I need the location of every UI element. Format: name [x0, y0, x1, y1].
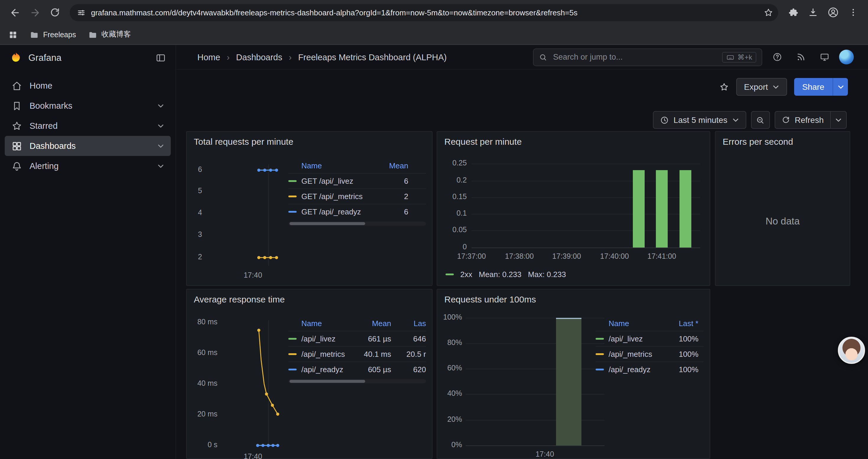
legend-col-name[interactable]: Name: [288, 319, 359, 328]
sidebar-item-label: Home: [30, 81, 52, 90]
no-data-message: No data: [716, 216, 850, 227]
y-tick: 0.1: [437, 209, 467, 218]
series-swatch-yellow: [288, 196, 297, 197]
zoom-out-button[interactable]: [751, 111, 770, 129]
scrollbar-thumb[interactable]: [289, 222, 365, 225]
grafana-logo[interactable]: [9, 52, 23, 64]
browser-toolbar: grafana.mathmast.com/d/deytv4rwavabkb/fr…: [0, 0, 868, 25]
refresh-icon: [782, 116, 790, 124]
legend-row: GET /api/_metrics 2: [288, 189, 426, 204]
legend-col-mean[interactable]: Mean: [367, 161, 426, 170]
reload-icon[interactable]: [46, 4, 64, 21]
search-box[interactable]: ⌘+k: [533, 48, 762, 66]
breadcrumb-home[interactable]: Home: [197, 52, 220, 62]
site-settings-icon[interactable]: [77, 8, 86, 17]
forward-icon[interactable]: [26, 4, 44, 21]
series-swatch-blue: [288, 211, 297, 213]
breadcrumb-dashboards[interactable]: Dashboards: [236, 52, 282, 62]
star-icon: [11, 120, 23, 131]
legend-row: GET /api/_readyz 6: [288, 204, 426, 219]
downloads-icon[interactable]: [804, 4, 822, 21]
extensions-icon[interactable]: [784, 4, 802, 21]
series-swatch-blue: [596, 369, 604, 370]
legend-col-mean[interactable]: Mean: [359, 319, 399, 328]
brand-name: Grafana: [28, 53, 150, 63]
y-tick: 60%: [437, 364, 462, 372]
legend-col-last[interactable]: Las: [399, 319, 426, 328]
browser-menu-icon[interactable]: [844, 4, 862, 21]
news-rss-icon[interactable]: [792, 48, 809, 66]
apps-grid-icon[interactable]: [8, 30, 18, 39]
series-last: 20.5 r: [399, 350, 426, 359]
series-mean: 661 µs: [359, 334, 399, 343]
user-avatar[interactable]: [839, 50, 854, 64]
url-text[interactable]: grafana.mathmast.com/d/deytv4rwavabkb/fr…: [91, 8, 758, 17]
chevron-down-icon[interactable]: [157, 162, 164, 169]
time-range-picker[interactable]: Last 5 minutes: [653, 111, 746, 129]
bar-100-percent: [556, 318, 582, 446]
profile-icon[interactable]: [824, 4, 842, 21]
legend-scrollbar[interactable]: [288, 222, 426, 226]
chevron-down-icon[interactable]: [157, 102, 164, 109]
collapse-sidebar-icon[interactable]: [155, 53, 166, 63]
y-tick: 80%: [437, 338, 462, 347]
zoom-out-icon: [756, 116, 765, 124]
y-tick: 0%: [437, 441, 462, 449]
export-button[interactable]: Export: [736, 78, 787, 96]
legend-scrollbar[interactable]: [288, 379, 426, 383]
scrollbar-thumb[interactable]: [289, 380, 365, 383]
legend-header: Name Last *: [596, 316, 704, 331]
refresh-interval-chevron[interactable]: [830, 112, 846, 128]
breadcrumb-current: Freeleaps Metrics Dashboard (ALPHA): [298, 52, 447, 62]
sidebar-item-alerting[interactable]: Alerting: [5, 156, 171, 176]
floating-avatar[interactable]: [838, 337, 865, 364]
sidebar-item-bookmarks[interactable]: Bookmarks: [5, 96, 171, 116]
kiosk-monitor-icon[interactable]: [815, 48, 833, 66]
favorite-star-icon[interactable]: [719, 82, 729, 92]
help-icon[interactable]: [768, 48, 786, 66]
bookmark-folder-blogs[interactable]: 收藏博客: [88, 30, 131, 40]
share-menu-chevron[interactable]: [833, 78, 848, 96]
gridline: [466, 369, 604, 369]
share-split-button: Share: [794, 78, 848, 96]
legend-col-last[interactable]: Last *: [667, 319, 704, 328]
chevron-down-icon[interactable]: [157, 142, 164, 150]
series-swatch-yellow: [288, 353, 297, 355]
clock-icon: [660, 116, 669, 124]
breadcrumb: Home › Dashboards › Freeleaps Metrics Da…: [197, 52, 527, 62]
sidebar-item-starred[interactable]: Starred: [5, 116, 171, 136]
share-button[interactable]: Share: [794, 78, 833, 96]
url-bar[interactable]: grafana.mathmast.com/d/deytv4rwavabkb/fr…: [70, 4, 778, 21]
legend-row: /api/_livez 100%: [596, 331, 704, 346]
y-tick: 20%: [437, 415, 462, 424]
panel-title[interactable]: Request per minute: [444, 136, 522, 146]
y-tick: 0.2: [437, 176, 467, 184]
bookmarks-bar: Freeleaps 收藏博客: [0, 25, 868, 45]
panel-title[interactable]: Requests under 100ms: [444, 294, 536, 304]
refresh-button[interactable]: Refresh: [775, 112, 830, 128]
series-name: /api/_readyz: [609, 365, 651, 374]
bookmark-label: 收藏博客: [101, 30, 131, 40]
sidebar-item-dashboards[interactable]: Dashboards: [5, 136, 171, 156]
y-tick: 100%: [437, 313, 462, 321]
gridline: [471, 164, 700, 164]
sidebar-item-home[interactable]: Home: [5, 76, 171, 96]
back-icon[interactable]: [6, 4, 24, 21]
chevron-down-icon[interactable]: [157, 122, 164, 129]
sidebar-nav: Home Bookmarks Starred Dashboards Alerti…: [0, 76, 176, 176]
y-tick: 0.15: [437, 193, 467, 201]
bookmark-folder-freeleaps[interactable]: Freeleaps: [30, 30, 76, 39]
series-last: 100%: [667, 334, 704, 343]
bookmark-star-icon[interactable]: [764, 7, 773, 18]
panel-title[interactable]: Errors per second: [723, 136, 793, 146]
bookmark-label: Freeleaps: [43, 30, 76, 39]
legend-col-name[interactable]: Name: [596, 319, 667, 328]
search-icon: [539, 53, 547, 61]
time-controls: Last 5 minutes Refresh: [653, 111, 847, 129]
y-tick: 0: [437, 243, 467, 251]
legend: 2xx Mean: 0.233 Max: 0.233: [445, 270, 566, 279]
gridline: [466, 394, 604, 395]
search-input[interactable]: [552, 52, 717, 62]
series-name[interactable]: 2xx: [460, 270, 472, 279]
legend-col-name[interactable]: Name: [288, 161, 367, 170]
